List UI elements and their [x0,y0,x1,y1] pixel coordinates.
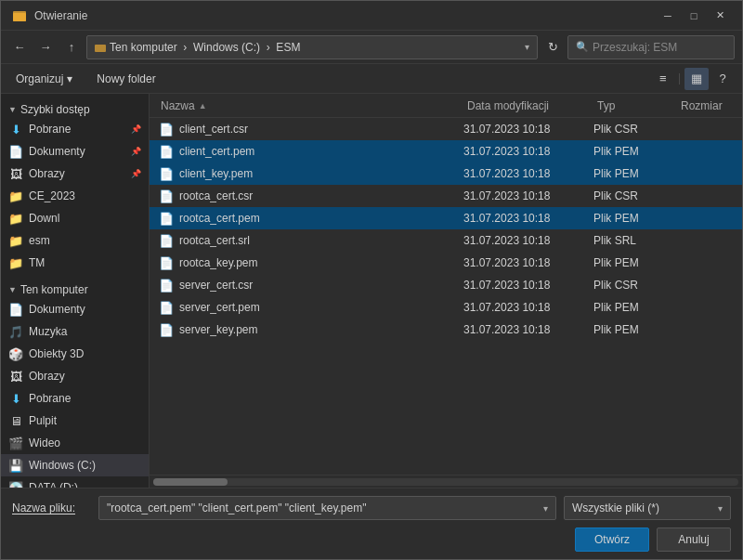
address-bar[interactable]: Ten komputer › Windows (C:) › ESM ▾ [86,35,538,59]
organize-button[interactable]: Organizuj ▾ [8,70,80,88]
table-row[interactable]: 📄 client_key.pem 31.07.2023 10:18 Plik P… [150,163,742,185]
pin-icon2: 📌 [131,147,141,156]
table-row[interactable]: 📄 client_cert.csr 31.07.2023 10:18 Plik … [150,118,742,140]
windowsc-icon: 💾 [8,459,23,473]
search-box[interactable]: 🔍 Przeszukaj: ESM [567,35,735,59]
dialog-title: Otwieranie [34,9,87,22]
file-name-text: rootca_key.pem [179,256,258,269]
file-name-text: server_cert.csr [179,279,253,292]
sidebar-item-tm[interactable]: 📁 TM [1,252,149,274]
sidebar-item-pulpit[interactable]: 🖥 Pulpit [1,410,149,432]
sidebar-item-downl[interactable]: 📁 Downl [1,207,149,229]
col-header-size[interactable]: Rozmiar [673,94,738,117]
hscroll-track [153,478,738,486]
file-icon: 📄 [157,123,176,137]
file-name-text: server_cert.pem [179,301,260,314]
new-folder-button[interactable]: Nowy folder [87,70,164,88]
file-type-cell: Plik PEM [590,256,673,269]
file-date-cell: 31.07.2023 10:18 [460,167,590,180]
sidebar-item-ce2023[interactable]: 📁 CE_2023 [1,185,149,207]
thispc-header[interactable]: ▼ Ten komputer [1,278,149,298]
col-header-date[interactable]: Data modyfikacji [460,94,590,117]
sidebar-item-data-d[interactable]: 💽 DATA (D:) [1,476,149,488]
table-row[interactable]: 📄 rootca_cert.pem 31.07.2023 10:18 Plik … [150,207,742,229]
main-content: ▼ Szybki dostęp ⬇ Pobrane 📌 📄 Dokumenty … [1,94,742,488]
action-row: Otwórz Anuluj [12,527,731,552]
sidebar-item-dokumenty-pinned[interactable]: 📄 Dokumenty 📌 [1,140,149,163]
sort-arrow: ▲ [199,101,207,111]
list-view-button[interactable]: ≡ [651,68,675,90]
sidebar-label-wideo: Wideo [29,436,141,449]
file-date-cell: 31.07.2023 10:18 [460,145,590,158]
address-toolbar: ← → ↑ Ten komputer › Windows (C:) › ESM … [1,31,742,64]
cancel-button[interactable]: Anuluj [657,527,731,552]
file-type-cell: Plik CSR [590,189,673,202]
open-button[interactable]: Otwórz [575,527,649,552]
organize-dropdown-icon: ▾ [67,72,72,85]
pin-icon3: 📌 [131,169,141,178]
thispc-label: Ten komputer [20,283,88,296]
sidebar-item-windows-c[interactable]: 💾 Windows (C:) [1,454,149,476]
horizontal-scrollbar[interactable] [150,475,742,488]
sidebar-item-pobrane[interactable]: ⬇ Pobrane [1,387,149,410]
table-row[interactable]: 📄 server_cert.csr 31.07.2023 10:18 Plik … [150,274,742,296]
up-button[interactable]: ↑ [60,36,83,59]
bottom-bar: Nazwa pliku: ▾ Wszystkie pliki (*) ▾ Otw… [1,488,742,559]
muzyka-icon: 🎵 [8,325,23,339]
sidebar-item-obrazy-pinned[interactable]: 🖼 Obrazy 📌 [1,163,149,185]
col-header-type[interactable]: Typ [590,94,673,117]
filename-dropdown-button[interactable]: ▾ [534,496,556,520]
maximize-button[interactable]: □ [683,7,705,25]
table-row[interactable]: 📄 client_cert.pem 31.07.2023 10:18 Plik … [150,140,742,163]
back-button[interactable]: ← [8,36,31,59]
col-name-label: Nazwa [161,99,195,112]
file-date-cell: 31.07.2023 10:18 [460,123,590,136]
sidebar-item-esm[interactable]: 📁 esm [1,229,149,252]
help-button[interactable]: ? [710,68,735,90]
sidebar-label-tm: TM [29,256,141,269]
titlebar: Otwieranie ─ □ ✕ [1,1,742,31]
col-header-name[interactable]: Nazwa ▲ [153,94,460,117]
minimize-button[interactable]: ─ [657,7,679,25]
sidebar-item-pobrane-pinned[interactable]: ⬇ Pobrane 📌 [1,118,149,140]
tm-icon: 📁 [8,256,23,270]
sidebar-item-obiekty3d[interactable]: 🎲 Obiekty 3D [1,343,149,365]
quick-access-arrow: ▼ [8,105,17,114]
table-row[interactable]: 📄 server_key.pem 31.07.2023 10:18 Plik P… [150,319,742,341]
file-icon: 📄 [157,145,176,159]
titlebar-left: Otwieranie [12,8,87,23]
datad-icon: 💽 [8,481,23,488]
filename-row: Nazwa pliku: ▾ Wszystkie pliki (*) ▾ [12,496,731,520]
col-size-label: Rozmiar [681,99,723,112]
sidebar-label-ce2023: CE_2023 [29,189,141,202]
quick-access-label: Szybki dostęp [20,103,90,116]
sidebar-label-dokumenty-pinned: Dokumenty [29,145,125,158]
col-type-label: Typ [597,99,615,112]
sidebar-item-obrazy[interactable]: 🖼 Obrazy [1,365,149,387]
file-name-cell: 📄 rootca_cert.srl [153,234,460,248]
address-dropdown-icon[interactable]: ▾ [525,42,529,52]
file-date-cell: 31.07.2023 10:18 [460,234,590,247]
filename-input[interactable] [98,496,556,520]
table-row[interactable]: 📄 server_cert.pem 31.07.2023 10:18 Plik … [150,296,742,319]
sidebar-label-obiekty3d: Obiekty 3D [29,347,141,360]
view-controls: ≡ │ ▦ ? [651,68,735,90]
table-row[interactable]: 📄 rootca_cert.srl 31.07.2023 10:18 Plik … [150,229,742,252]
close-button[interactable]: ✕ [709,7,731,25]
file-icon: 📄 [157,279,176,293]
sidebar-item-dokumenty[interactable]: 📄 Dokumenty [1,298,149,320]
sidebar-item-wideo[interactable]: 🎬 Wideo [1,432,149,454]
sidebar-label-downl: Downl [29,212,141,225]
refresh-button[interactable]: ↻ [541,36,564,59]
dokumenty2-icon: 📄 [8,303,23,317]
table-row[interactable]: 📄 rootca_cert.csr 31.07.2023 10:18 Plik … [150,185,742,207]
filetype-select[interactable]: Wszystkie pliki (*) [564,496,731,520]
sidebar-item-muzyka[interactable]: 🎵 Muzyka [1,320,149,343]
quick-access-header[interactable]: ▼ Szybki dostęp [1,98,149,118]
forward-button[interactable]: → [34,36,57,59]
table-row[interactable]: 📄 rootca_key.pem 31.07.2023 10:18 Plik P… [150,252,742,274]
file-type-cell: Plik PEM [590,167,673,180]
file-date-cell: 31.07.2023 10:18 [460,189,590,202]
tile-view-button[interactable]: ▦ [684,68,709,90]
file-icon: 📄 [157,301,176,315]
